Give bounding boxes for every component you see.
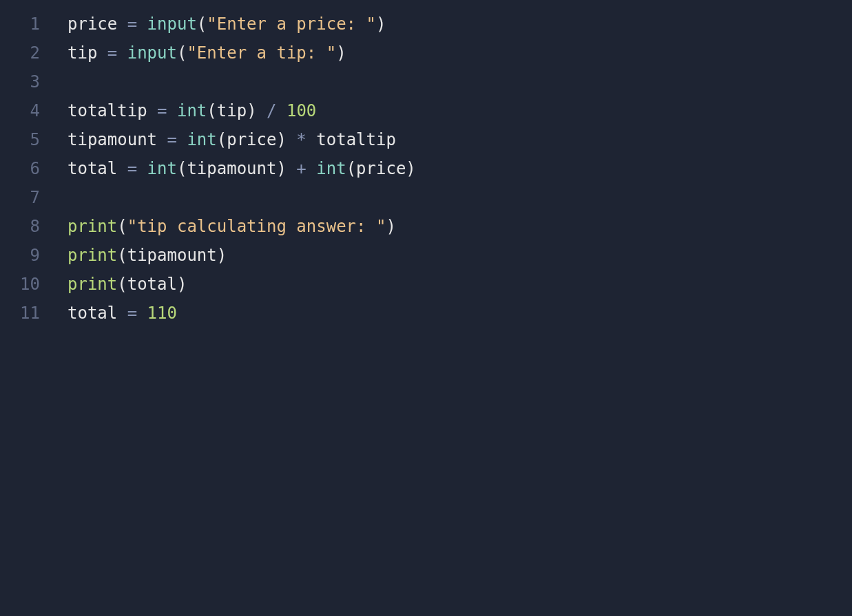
token-var: totaltip bbox=[67, 101, 147, 120]
token-var: price bbox=[67, 14, 117, 34]
token-num: 110 bbox=[147, 304, 177, 323]
token-punct: ) bbox=[177, 275, 187, 294]
token-op: + bbox=[287, 159, 316, 178]
token-func: int bbox=[147, 159, 177, 178]
token-var: tipamount bbox=[127, 246, 217, 265]
line-number: 4 bbox=[0, 96, 40, 125]
token-punct: ) bbox=[276, 159, 286, 178]
line-number: 2 bbox=[0, 39, 40, 67]
code-line[interactable] bbox=[67, 183, 852, 212]
token-punct: ) bbox=[406, 159, 415, 178]
token-punct: ( bbox=[207, 101, 216, 120]
token-var: price bbox=[227, 130, 276, 149]
token-op: = bbox=[117, 14, 147, 34]
token-str: "Enter a price: " bbox=[207, 14, 376, 34]
token-punct: ) bbox=[276, 130, 286, 149]
token-op: = bbox=[97, 43, 127, 63]
code-line[interactable]: price = input("Enter a price: ") bbox=[67, 10, 852, 39]
token-punct: ) bbox=[336, 43, 346, 63]
code-line[interactable]: total = int(tipamount) + int(price) bbox=[67, 154, 852, 183]
line-number-gutter: 1234567891011 bbox=[0, 10, 54, 328]
line-number: 1 bbox=[0, 10, 40, 39]
token-punct: ( bbox=[117, 246, 127, 265]
token-num: 100 bbox=[287, 101, 316, 120]
code-area[interactable]: price = input("Enter a price: ")tip = in… bbox=[54, 10, 852, 328]
line-number: 7 bbox=[0, 183, 40, 212]
token-call: print bbox=[67, 217, 117, 236]
code-line[interactable]: totaltip = int(tip) / 100 bbox=[67, 96, 852, 125]
code-editor[interactable]: 1234567891011 price = input("Enter a pri… bbox=[0, 0, 852, 328]
line-number: 5 bbox=[0, 125, 40, 154]
token-punct: ( bbox=[346, 159, 356, 178]
token-punct: ( bbox=[117, 275, 127, 294]
token-func: int bbox=[177, 101, 207, 120]
token-punct: ( bbox=[177, 159, 187, 178]
token-op: / bbox=[257, 101, 287, 120]
token-str: "tip calculating answer: " bbox=[127, 217, 386, 236]
token-func: input bbox=[127, 43, 177, 63]
line-number: 8 bbox=[0, 212, 40, 241]
line-number: 10 bbox=[0, 270, 40, 299]
token-punct: ) bbox=[247, 101, 256, 120]
token-punct: ) bbox=[386, 217, 395, 236]
code-line[interactable]: print("tip calculating answer: ") bbox=[67, 212, 852, 241]
token-punct: ( bbox=[177, 43, 187, 63]
token-punct: ) bbox=[376, 14, 386, 34]
token-op: * bbox=[287, 130, 316, 149]
token-func: int bbox=[187, 130, 216, 149]
token-var: totaltip bbox=[316, 130, 396, 149]
token-var: total bbox=[67, 159, 117, 178]
token-punct: ( bbox=[117, 217, 127, 236]
token-func: int bbox=[316, 159, 346, 178]
token-var: total bbox=[67, 304, 117, 323]
token-op: = bbox=[117, 304, 147, 323]
token-call: print bbox=[67, 275, 117, 294]
token-op: = bbox=[147, 101, 177, 120]
line-number: 3 bbox=[0, 67, 40, 96]
line-number: 9 bbox=[0, 241, 40, 270]
token-op: = bbox=[157, 130, 187, 149]
line-number: 11 bbox=[0, 299, 40, 328]
code-line[interactable]: print(total) bbox=[67, 270, 852, 299]
code-line[interactable]: tip = input("Enter a tip: ") bbox=[67, 39, 852, 67]
token-var: price bbox=[356, 159, 406, 178]
code-line[interactable] bbox=[67, 67, 852, 96]
token-punct: ( bbox=[217, 130, 227, 149]
token-var: tipamount bbox=[187, 159, 276, 178]
token-func: input bbox=[147, 14, 197, 34]
token-var: tip bbox=[217, 101, 247, 120]
code-line[interactable]: print(tipamount) bbox=[67, 241, 852, 270]
token-var: tip bbox=[67, 43, 97, 63]
token-punct: ) bbox=[217, 246, 227, 265]
token-var: tipamount bbox=[67, 130, 157, 149]
code-line[interactable]: tipamount = int(price) * totaltip bbox=[67, 125, 852, 154]
token-str: "Enter a tip: " bbox=[187, 43, 336, 63]
token-op: = bbox=[117, 159, 147, 178]
token-var: total bbox=[127, 275, 177, 294]
code-line[interactable]: total = 110 bbox=[67, 299, 852, 328]
token-punct: ( bbox=[197, 14, 207, 34]
line-number: 6 bbox=[0, 154, 40, 183]
token-call: print bbox=[67, 246, 117, 265]
